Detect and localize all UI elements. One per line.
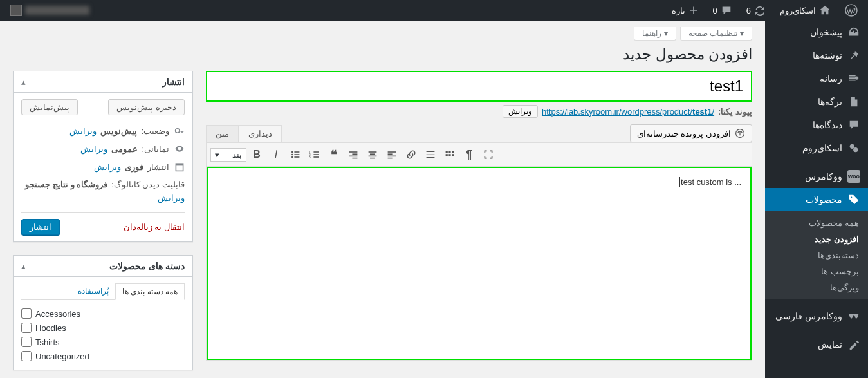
help-toggle[interactable]: راهنما ▾ bbox=[634, 27, 676, 41]
avatar bbox=[10, 5, 22, 16]
edit-slug-button[interactable]: ویرایش bbox=[503, 105, 538, 118]
category-item[interactable]: Accessories bbox=[21, 307, 185, 321]
svg-rect-23 bbox=[370, 158, 375, 159]
menu-skyroom[interactable]: اسکای‌روم bbox=[765, 137, 868, 160]
menu-label: رسانه bbox=[820, 73, 842, 84]
edit-status-link[interactable]: ویرایش bbox=[69, 126, 97, 136]
link-button[interactable] bbox=[402, 146, 420, 164]
number-list-button[interactable]: 123 bbox=[306, 146, 324, 164]
bold-button[interactable]: B bbox=[248, 146, 266, 164]
category-item[interactable]: Uncategorized bbox=[21, 349, 185, 363]
fullscreen-button[interactable] bbox=[479, 146, 497, 164]
admin-sidebar: پیشخوان نوشته‌ها رسانه برگه‌ها دیدگاه‌ها… bbox=[765, 21, 868, 378]
menu-dashboard[interactable]: پیشخوان bbox=[765, 21, 868, 44]
updates-link[interactable]: 6 bbox=[741, 5, 771, 16]
svg-point-6 bbox=[291, 154, 293, 155]
calendar-icon bbox=[173, 162, 185, 172]
add-media-label: افزودن پرونده چندرسانه‌ای bbox=[637, 129, 731, 138]
user-account[interactable] bbox=[5, 5, 95, 16]
save-draft-button[interactable]: ذخیره پیش‌نویس bbox=[108, 99, 185, 115]
eye-icon bbox=[173, 144, 185, 154]
comments-link[interactable]: 0 bbox=[708, 5, 737, 16]
submenu-add-new[interactable]: افزودن جدید bbox=[765, 231, 868, 247]
status-row: وضعیت: پیش‌نویس ویرایش bbox=[21, 122, 185, 140]
permalink-row: پیوند یکتا: https://lab.skyroom.ir/wordp… bbox=[206, 102, 752, 124]
align-right-button[interactable] bbox=[344, 146, 362, 164]
screen-options-toggle[interactable]: تنظیمات صفحه ▾ bbox=[680, 27, 752, 41]
category-checkbox[interactable] bbox=[21, 323, 32, 333]
help-label: راهنما bbox=[642, 29, 661, 38]
menu-label: نمایش bbox=[818, 339, 842, 350]
svg-rect-25 bbox=[388, 153, 393, 155]
italic-button[interactable]: I bbox=[267, 146, 285, 164]
menu-pages[interactable]: برگه‌ها bbox=[765, 90, 868, 113]
format-select[interactable]: بند▾ bbox=[210, 148, 246, 162]
menu-woo-persian[interactable]: ووکامرس فارسی bbox=[765, 305, 868, 328]
chevron-up-icon[interactable]: ▴ bbox=[21, 77, 26, 87]
submenu-tags[interactable]: برچسب ها bbox=[765, 263, 868, 279]
category-checkbox[interactable] bbox=[21, 308, 32, 319]
woo-icon: woo bbox=[847, 170, 860, 183]
submenu-attributes[interactable]: ویژگی‌ها bbox=[765, 279, 868, 296]
wp-logo[interactable] bbox=[840, 4, 863, 17]
new-label: تازه bbox=[672, 6, 685, 15]
trash-link[interactable]: انتقال به زباله‌دان bbox=[124, 222, 185, 232]
category-item[interactable]: Hoodies bbox=[21, 321, 185, 335]
readmore-button[interactable] bbox=[421, 146, 439, 164]
align-center-button[interactable] bbox=[364, 146, 382, 164]
dashboard-icon bbox=[847, 26, 860, 39]
svg-rect-34 bbox=[446, 154, 448, 156]
paragraph-button[interactable]: ¶ bbox=[460, 146, 478, 164]
bullet-list-button[interactable] bbox=[286, 146, 304, 164]
menu-posts[interactable]: نوشته‌ها bbox=[765, 44, 868, 67]
menu-woocommerce[interactable]: wooووکامرس bbox=[765, 165, 868, 188]
align-left-button[interactable] bbox=[383, 146, 401, 164]
svg-rect-31 bbox=[446, 151, 448, 153]
products-icon bbox=[847, 193, 860, 206]
tab-visual[interactable]: دیداری bbox=[239, 125, 282, 142]
edit-visibility-link[interactable]: ویرایش bbox=[80, 144, 107, 154]
chevron-up-icon[interactable]: ▴ bbox=[21, 261, 26, 271]
menu-label: نوشته‌ها bbox=[813, 50, 842, 61]
submenu-categories[interactable]: دسته‌بندی‌ها bbox=[765, 247, 868, 263]
svg-rect-35 bbox=[448, 154, 450, 156]
svg-point-4 bbox=[291, 151, 293, 153]
svg-rect-15 bbox=[313, 156, 319, 158]
quote-button[interactable]: ❝ bbox=[325, 146, 343, 164]
menu-appearance[interactable]: نمایش bbox=[765, 333, 868, 356]
menu-media[interactable]: رسانه bbox=[765, 67, 868, 90]
category-list: Accessories Hoodies Tshirts Uncategorize… bbox=[21, 307, 185, 363]
tab-all-categories[interactable]: همه دسته بندی ها bbox=[115, 283, 185, 300]
category-item[interactable]: Tshirts bbox=[21, 335, 185, 349]
site-link[interactable]: اسکای‌روم bbox=[775, 5, 836, 16]
edit-catalog-link[interactable]: ویرایش bbox=[158, 193, 185, 203]
menu-label: محصولات bbox=[806, 194, 842, 205]
menu-products[interactable]: محصولات bbox=[765, 188, 868, 211]
content-editor[interactable]: ... test custom is bbox=[207, 167, 752, 360]
svg-rect-39 bbox=[176, 164, 183, 165]
catalog-row: قابلیت دیدن کاتالوگ: فروشگاه و نتایج جست… bbox=[21, 176, 185, 207]
svg-rect-22 bbox=[369, 156, 377, 157]
svg-rect-17 bbox=[352, 153, 357, 155]
tab-most-used[interactable]: پُراستفاده bbox=[71, 283, 115, 299]
toolbar-toggle-button[interactable] bbox=[441, 146, 459, 164]
menu-comments[interactable]: دیدگاه‌ها bbox=[765, 113, 868, 137]
add-media-button[interactable]: افزودن پرونده چندرسانه‌ای bbox=[630, 124, 752, 142]
permalink-link[interactable]: https://lab.skyroom.ir/wordpress/product… bbox=[542, 107, 714, 117]
publish-button[interactable]: انتشار bbox=[21, 219, 60, 235]
edit-schedule-link[interactable]: ویرایش bbox=[94, 162, 121, 172]
pin-icon bbox=[847, 49, 860, 62]
key-icon bbox=[173, 126, 185, 136]
submenu-all-products[interactable]: همه محصولات bbox=[765, 215, 868, 231]
svg-rect-33 bbox=[452, 151, 454, 153]
post-title-input[interactable] bbox=[206, 71, 752, 102]
menu-label: ووکامرس فارسی bbox=[775, 311, 842, 321]
category-checkbox[interactable] bbox=[21, 337, 32, 347]
svg-rect-28 bbox=[427, 151, 435, 152]
options-label: تنظیمات صفحه bbox=[688, 29, 737, 38]
category-checkbox[interactable] bbox=[21, 351, 32, 361]
menu-label: دیدگاه‌ها bbox=[813, 120, 842, 130]
tab-text[interactable]: متن bbox=[206, 125, 239, 142]
new-content[interactable]: تازه bbox=[667, 5, 704, 15]
preview-button[interactable]: پیش‌نمایش bbox=[21, 99, 78, 115]
